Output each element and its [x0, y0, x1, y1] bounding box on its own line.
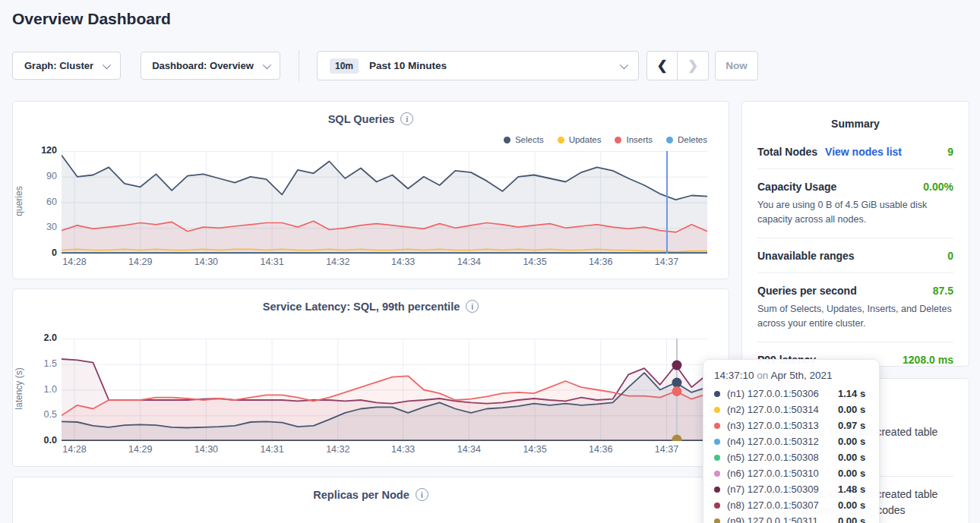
- tooltip-rows: (n1) 127.0.0.1:503061.14 s(n2) 127.0.0.1…: [714, 386, 868, 523]
- capacity-usage-label: Capacity Usage: [757, 181, 836, 193]
- x-tick-label: 14:28: [62, 444, 86, 455]
- tooltip-node-row: (n1) 127.0.0.1:503061.14 s: [714, 386, 868, 402]
- time-range-badge: 10m: [330, 58, 359, 74]
- node-latency-value: 0.00 s: [838, 436, 865, 447]
- dashboard-dropdown-label: Dashboard: Overview: [152, 60, 254, 71]
- legend-item-deletes[interactable]: Deletes: [666, 135, 707, 144]
- node-color-dot: [714, 503, 720, 509]
- capacity-usage-description: You are using 0 B of 4.5 GiB usable disk…: [757, 198, 953, 227]
- capacity-usage-value: 0.00%: [923, 181, 953, 193]
- latency-plot[interactable]: [62, 339, 707, 441]
- y-tick-label: 0.0: [44, 435, 57, 446]
- legend-dot: [615, 137, 621, 143]
- p99-latency-value: 1208.0 ms: [903, 354, 953, 366]
- legend-label: Selects: [515, 135, 544, 144]
- legend-item-selects[interactable]: Selects: [504, 135, 544, 144]
- legend-dot: [666, 137, 673, 143]
- node-color-dot: [714, 423, 720, 429]
- sql-queries-chart-card: SQL Queries i SelectsUpdatesInsertsDelet…: [12, 101, 729, 279]
- view-nodes-list-link[interactable]: View nodes list: [825, 146, 902, 158]
- node-address: (n3) 127.0.0.1:50313: [727, 420, 838, 431]
- node-color-dot: [714, 471, 720, 477]
- node-latency-value: 0.00 s: [838, 452, 865, 463]
- now-button[interactable]: Now: [715, 51, 758, 80]
- node-address: (n5) 127.0.0.1:50308: [727, 452, 838, 463]
- qps-description: Sum of Selects, Updates, Inserts, and De…: [757, 302, 953, 331]
- dashboard-dropdown[interactable]: Dashboard: Overview: [141, 52, 280, 80]
- legend-item-updates[interactable]: Updates: [558, 135, 602, 144]
- unavailable-ranges-value: 0: [947, 250, 953, 262]
- tooltip-node-row: (n8) 127.0.0.1:503070.00 s: [714, 497, 868, 513]
- y-axis-unit-label: queries: [14, 163, 24, 239]
- time-range-selector[interactable]: 10m Past 10 Minutes: [317, 51, 639, 80]
- x-axis-ticks: 14:2814:2914:3014:3114:3214:3314:3414:35…: [62, 257, 707, 269]
- x-tick-label: 14:34: [457, 444, 481, 455]
- node-latency-value: 0.00 s: [838, 468, 865, 479]
- page-title: Overview Dashboard: [12, 10, 171, 28]
- y-tick-label: 1.0: [44, 384, 57, 395]
- graph-dropdown[interactable]: Graph: Cluster: [12, 52, 121, 80]
- time-next-button[interactable]: ❯: [678, 51, 709, 80]
- y-axis-ticks: 0.00.51.01.52.0: [33, 339, 57, 441]
- x-tick-label: 14:36: [589, 444, 612, 455]
- tooltip-node-row: (n5) 127.0.0.1:503080.00 s: [714, 449, 868, 465]
- x-tick-label: 14:32: [326, 257, 349, 267]
- chart-hover-tooltip: 14:37:10 on Apr 5th, 2021 (n1) 127.0.0.1…: [703, 359, 880, 523]
- summary-row-total-nodes: Total Nodes View nodes list 9: [757, 134, 953, 169]
- graph-dropdown-label: Graph: Cluster: [24, 60, 93, 71]
- legend-dot: [504, 137, 511, 143]
- legend-label: Updates: [569, 135, 602, 144]
- node-color-dot: [714, 391, 720, 397]
- info-icon[interactable]: i: [416, 488, 428, 501]
- tooltip-node-row: (n9) 127.0.0.1:503110.00 s: [714, 513, 868, 523]
- x-tick-label: 14:35: [523, 257, 546, 267]
- sql-queries-plot[interactable]: [62, 151, 707, 254]
- x-tick-label: 14:31: [260, 444, 283, 455]
- latency-chart-card: Service Latency: SQL, 99th percentile i …: [12, 288, 729, 467]
- x-tick-label: 14:35: [523, 444, 546, 455]
- y-tick-label: 2.0: [44, 332, 57, 343]
- x-tick-label: 14:33: [391, 257, 415, 267]
- tooltip-node-row: (n6) 127.0.0.1:503100.00 s: [714, 465, 868, 481]
- y-axis-unit-label: latency (s): [14, 351, 24, 427]
- qps-label: Queries per second: [757, 285, 857, 297]
- x-tick-label: 14:28: [62, 257, 86, 267]
- x-tick-label: 14:30: [194, 257, 218, 267]
- chevron-down-icon: [103, 60, 111, 68]
- y-tick-label: 1.5: [44, 358, 57, 369]
- tooltip-timestamp: 14:37:10 on Apr 5th, 2021: [714, 370, 868, 381]
- node-color-dot: [714, 487, 720, 493]
- summary-row-capacity: Capacity Usage 0.00% You are using 0 B o…: [757, 169, 953, 238]
- x-axis-ticks: 14:2814:2914:3014:3114:3214:3314:3414:35…: [62, 444, 707, 456]
- chevron-down-icon: [620, 60, 628, 68]
- tooltip-node-row: (n4) 127.0.0.1:503120.00 s: [714, 433, 868, 449]
- node-address: (n4) 127.0.0.1:50312: [727, 436, 838, 447]
- summary-row-unavailable-ranges: Unavailable ranges 0: [757, 238, 953, 273]
- x-tick-label: 14:37: [655, 444, 678, 455]
- summary-panel: Summary Total Nodes View nodes list 9 Ca…: [741, 101, 969, 367]
- node-address: (n1) 127.0.0.1:50306: [727, 388, 838, 399]
- info-icon[interactable]: i: [466, 300, 479, 313]
- node-color-dot: [714, 518, 720, 523]
- node-color-dot: [714, 407, 720, 413]
- x-tick-label: 14:37: [655, 257, 678, 267]
- y-tick-label: 90: [46, 171, 57, 181]
- chevron-down-icon: [263, 60, 271, 68]
- overview-dashboard-page: Overview Dashboard Graph: Cluster Dashbo…: [0, 0, 980, 523]
- legend-label: Inserts: [626, 135, 653, 144]
- node-color-dot: [714, 455, 720, 461]
- node-latency-value: 1.48 s: [838, 484, 865, 495]
- sql-queries-chart-title: SQL Queries: [328, 113, 395, 125]
- legend-item-inserts[interactable]: Inserts: [615, 135, 653, 144]
- x-tick-label: 14:29: [128, 257, 152, 267]
- node-color-dot: [714, 439, 720, 445]
- legend-label: Deletes: [678, 135, 707, 144]
- tooltip-node-row: (n7) 127.0.0.1:503091.48 s: [714, 481, 868, 497]
- y-tick-label: 30: [46, 222, 57, 232]
- time-prev-button[interactable]: ❮: [646, 51, 678, 80]
- y-axis-ticks: 0306090120: [33, 151, 57, 254]
- total-nodes-label: Total Nodes: [757, 146, 817, 158]
- info-icon[interactable]: i: [400, 112, 413, 125]
- x-tick-label: 14:29: [128, 444, 152, 455]
- node-address: (n6) 127.0.0.1:50310: [727, 468, 838, 479]
